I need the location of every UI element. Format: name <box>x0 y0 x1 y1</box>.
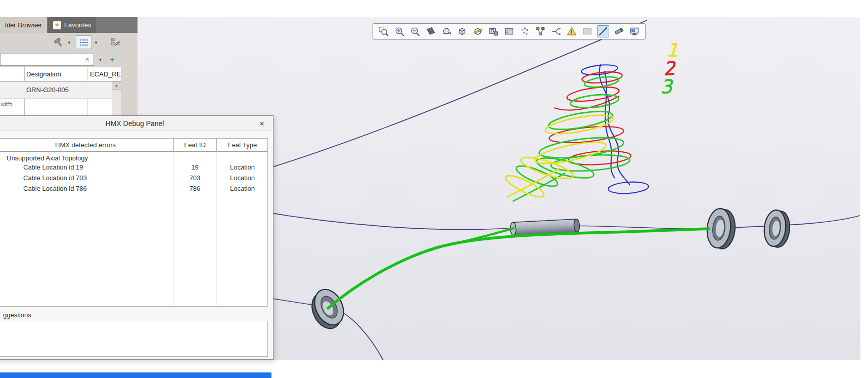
connector-icon[interactable] <box>613 25 625 37</box>
tabbar-filler <box>96 17 138 33</box>
col-feat-id[interactable]: Feat ID <box>173 141 216 149</box>
table-header: Designation ECAD_RE <box>0 67 121 81</box>
error-feat_id: 786 <box>173 185 216 192</box>
browser-tabbar: lder Browser ★ Favorites <box>0 17 138 33</box>
error-group-label[interactable]: Unsupported Axial Topology <box>0 152 267 162</box>
cable-tangle[interactable] <box>503 63 649 201</box>
tab-folder-browser-label: lder Browser <box>5 21 42 29</box>
error-error: Cable Location id 786 <box>23 185 87 192</box>
error-error: Cable Location id 19 <box>23 163 83 171</box>
scroll-up-icon[interactable]: ▲ <box>112 81 121 90</box>
header-divider <box>173 139 174 152</box>
green-cables[interactable] <box>328 228 709 308</box>
components-table: Designation ECAD_RE GRN-G20-005 id#5 ▲ <box>0 67 121 115</box>
hide-columns-icon[interactable] <box>110 37 122 50</box>
view-toolbar <box>373 23 646 39</box>
error-feat_id: 703 <box>173 174 216 182</box>
col-designation[interactable]: Designation <box>26 70 61 78</box>
bottom-blue-bar <box>0 372 271 378</box>
browser-toolbar: ▼ ▼ <box>0 33 138 52</box>
designation-value: GRN-G20-005 <box>26 86 69 94</box>
shade-plane-icon[interactable] <box>425 25 437 37</box>
tools-dropdown-icon[interactable]: ▼ <box>67 41 71 45</box>
isometric-cube-icon[interactable] <box>456 25 468 37</box>
col-feat-type[interactable]: Feat Type <box>216 141 268 149</box>
col-errors[interactable]: HMX detected errors <box>0 141 173 149</box>
debug-title-bar[interactable]: HMX Debug Panel ✕ <box>0 116 273 131</box>
filter-input[interactable] <box>0 54 94 66</box>
debug-title: HMX Debug Panel <box>0 116 273 131</box>
filter-dropdown-icon[interactable]: ▼ <box>96 55 105 65</box>
display-settings-icon[interactable] <box>628 25 641 37</box>
green-cable-main[interactable] <box>328 229 709 308</box>
close-icon[interactable]: ✕ <box>257 119 266 128</box>
star-icon: ★ <box>53 21 61 29</box>
suggestions-box[interactable] <box>0 321 268 357</box>
hmx-debug-panel: HMX Debug Panel ✕ HMX detected errors Fe… <box>0 115 273 360</box>
header-divider <box>216 139 217 152</box>
orbit-rotate-icon[interactable] <box>440 25 452 37</box>
error-row[interactable]: Cable Location id 703703Location <box>0 173 267 184</box>
browser-panel: lder Browser ★ Favorites ▼ ▼ <box>0 17 138 115</box>
connector-ring-right[interactable] <box>762 209 791 248</box>
zoom-box-icon[interactable] <box>378 25 390 37</box>
error-feat_id: 19 <box>173 163 216 171</box>
table-row[interactable]: GRN-G20-005 <box>0 81 112 99</box>
hierarchy-icon[interactable] <box>534 25 546 37</box>
col-ecad-ref[interactable]: ECAD_RE <box>90 70 121 78</box>
tab-favorites-label: Favorites <box>64 21 91 29</box>
errors-table-header: HMX detected errors Feat ID Feat Type <box>0 139 267 152</box>
zoom-in-icon[interactable] <box>393 25 405 37</box>
measure-line-icon[interactable] <box>597 25 609 37</box>
error-row[interactable]: Cable Location id 786786Location <box>0 184 267 194</box>
tab-favorites[interactable]: ★ Favorites <box>48 17 96 33</box>
customize-tools-icon[interactable] <box>53 36 65 51</box>
particles-icon[interactable] <box>519 25 531 37</box>
warnings-icon[interactable] <box>566 25 578 37</box>
error-row[interactable]: Cable Location id 1919Location <box>0 162 267 173</box>
list-view-dropdown-icon[interactable]: ▼ <box>94 41 98 45</box>
error-feat_type: Location <box>216 185 268 192</box>
error-error: Cable Location id 703 <box>23 174 87 182</box>
tab-folder-browser[interactable]: lder Browser <box>0 17 47 33</box>
clear-filter-icon[interactable]: ✕ <box>85 56 89 63</box>
capture-disabled-icon[interactable] <box>581 25 593 37</box>
table-scrollbar[interactable]: ▲ <box>112 81 121 115</box>
errors-table: HMX detected errors Feat ID Feat Type Un… <box>0 138 268 307</box>
error-rows: Cable Location id 1919LocationCable Loca… <box>0 162 267 194</box>
split-route-icon[interactable] <box>550 25 562 37</box>
snapshot-icon[interactable] <box>487 25 499 37</box>
error-feat_type: Location <box>216 174 268 182</box>
render-style-icon[interactable] <box>503 25 515 37</box>
filter-row: ✕ ▼ + <box>0 52 138 67</box>
suggestions-label: ggestions <box>3 311 31 319</box>
partial-row-text: id#5 <box>1 101 13 108</box>
list-view-icon[interactable] <box>76 35 92 49</box>
add-filter-icon[interactable]: + <box>107 53 117 66</box>
section-cube-icon[interactable] <box>472 25 484 37</box>
error-feat_type: Location <box>216 163 268 171</box>
zoom-out-icon[interactable] <box>409 25 421 37</box>
